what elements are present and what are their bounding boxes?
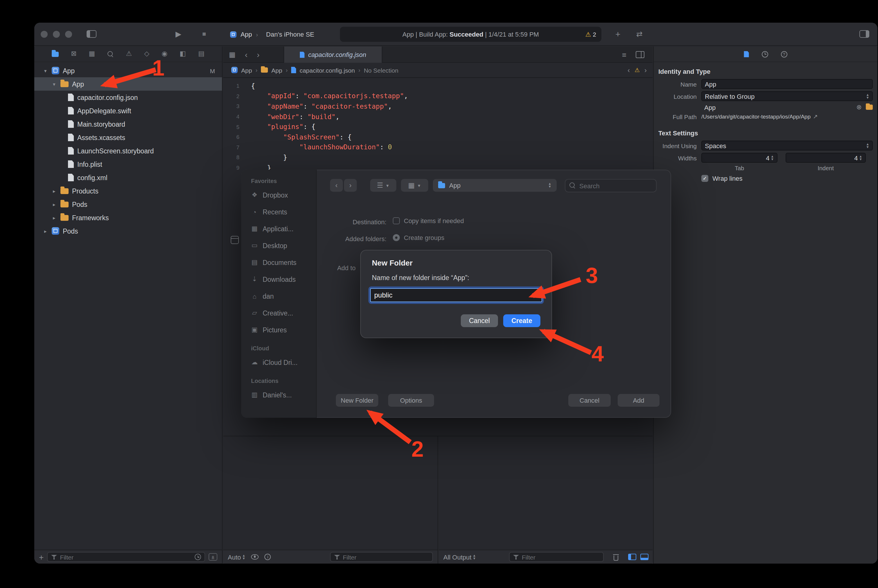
issue-warning-icon[interactable]: ⚠ <box>635 67 640 73</box>
copy-items-checkbox[interactable] <box>393 217 400 224</box>
back-chevron-icon[interactable]: ‹ <box>245 51 248 58</box>
tree-row[interactable]: AppDelegate.swift <box>34 104 222 117</box>
line-number[interactable]: 6 <box>223 134 244 140</box>
dialog-cancel-button[interactable]: Cancel <box>461 314 498 327</box>
forward-chevron-icon[interactable]: › <box>257 51 260 58</box>
tree-row[interactable]: Frameworks <box>34 211 222 224</box>
new-folder-button[interactable]: New Folder <box>336 394 378 407</box>
toggle-navigator-icon[interactable] <box>87 30 96 38</box>
tree-row[interactable]: Main.storyboard <box>34 117 222 131</box>
code-review-icon[interactable]: ⇄ <box>636 30 643 38</box>
zoom-button[interactable] <box>65 31 72 38</box>
console-filter-field[interactable]: Filter <box>509 552 604 562</box>
run-button[interactable]: ▶ <box>176 30 181 38</box>
location-popup[interactable]: Relative to Group <box>701 91 873 101</box>
disclosure-chevron-icon[interactable] <box>53 215 60 220</box>
clear-group-icon[interactable]: ⊗ <box>857 104 862 111</box>
sidebar-place-item[interactable]: ❖ Dropbox <box>241 186 316 203</box>
line-number[interactable]: 8 <box>223 154 244 160</box>
indent-using-popup[interactable]: Spaces <box>701 141 873 150</box>
line-number[interactable]: 9 <box>223 164 244 171</box>
line-number[interactable]: 1 <box>223 83 244 89</box>
previous-issue-icon[interactable]: ‹ <box>627 66 630 74</box>
history-inspector-icon[interactable] <box>762 51 768 57</box>
variables-scope-popup[interactable]: Auto <box>228 554 246 560</box>
find-navigator-icon[interactable] <box>107 51 114 57</box>
activity-status-pill[interactable]: App | Build App: Succeeded | 1/4/21 at 5… <box>340 27 602 42</box>
name-field[interactable]: App <box>701 79 873 89</box>
source-control-navigator-icon[interactable]: ⊠ <box>71 51 77 57</box>
breakpoint-navigator-icon[interactable]: ◧ <box>180 51 186 57</box>
help-inspector-icon[interactable]: ? <box>781 51 787 57</box>
sheet-search-field[interactable]: Search <box>565 179 657 192</box>
minimize-button[interactable] <box>53 31 60 38</box>
add-editor-icon[interactable] <box>636 51 644 58</box>
create-groups-radio[interactable] <box>393 234 400 241</box>
sidebar-place-item[interactable]: ⌂ dan <box>241 288 316 304</box>
sidebar-place-item[interactable]: ◔ Recents <box>241 203 316 220</box>
tree-row[interactable]: App M <box>34 64 222 77</box>
current-folder-popup[interactable]: App <box>433 179 557 192</box>
create-groups-radio-row[interactable]: Create groups <box>393 234 444 241</box>
debug-navigator-icon[interactable]: ◉ <box>162 51 167 57</box>
filter-options-icon[interactable] <box>209 553 217 561</box>
variables-filter-field[interactable]: Filter <box>330 552 433 562</box>
options-button[interactable]: Options <box>388 394 434 407</box>
sidebar-place-item[interactable]: ☁ iCloud Dri... <box>241 354 316 371</box>
disclosure-chevron-icon[interactable] <box>44 68 52 74</box>
sidebar-place-item[interactable]: ▣ Pictures <box>241 321 316 338</box>
sheet-add-button[interactable]: Add <box>618 394 659 407</box>
clear-console-trash-icon[interactable] <box>613 554 619 560</box>
disclosure-chevron-icon[interactable] <box>53 201 60 207</box>
tree-row[interactable]: config.xml <box>34 171 222 184</box>
tree-row[interactable]: Pods <box>34 198 222 211</box>
next-issue-icon[interactable]: › <box>644 66 647 74</box>
sidebar-place-item[interactable]: ⇣ Downloads <box>241 271 316 288</box>
tab-width-stepper[interactable]: 4 <box>701 153 777 163</box>
tree-row[interactable]: Pods <box>34 224 222 238</box>
warning-counter[interactable]: ⚠ 2 <box>585 31 596 38</box>
file-inspector-icon[interactable] <box>744 51 749 57</box>
tree-row[interactable]: Assets.xcassets <box>34 131 222 144</box>
sheet-back-button[interactable]: ‹ <box>330 179 343 192</box>
adjust-editor-options-icon[interactable]: ≡ <box>622 51 626 58</box>
test-navigator-icon[interactable]: ◇ <box>144 51 149 57</box>
list-view-button[interactable]: ☰▼ <box>370 179 396 192</box>
sheet-cancel-button[interactable]: Cancel <box>568 394 611 407</box>
line-number[interactable]: 7 <box>223 144 244 150</box>
line-number[interactable]: 2 <box>223 93 244 99</box>
close-button[interactable] <box>41 31 48 38</box>
choose-folder-icon[interactable] <box>866 105 873 110</box>
reveal-arrow-icon[interactable]: ↗ <box>813 113 818 120</box>
show-variables-panel-icon[interactable] <box>628 554 636 560</box>
indent-width-stepper[interactable]: 4 <box>786 153 866 163</box>
sidebar-place-item[interactable]: ▱ Creative... <box>241 304 316 321</box>
sheet-forward-button[interactable]: › <box>344 179 357 192</box>
breadcrumb-file[interactable]: capacitor.config.json <box>300 66 355 74</box>
disclosure-chevron-icon[interactable] <box>53 81 60 87</box>
editor-tab[interactable]: capacitor.config.json <box>284 46 382 63</box>
stop-button[interactable]: ■ <box>202 31 206 37</box>
console-scope-popup[interactable]: All Output <box>443 554 476 560</box>
report-navigator-icon[interactable]: ▤ <box>198 51 204 57</box>
sidebar-place-item[interactable]: ▥ Daniel's... <box>241 386 316 403</box>
tree-row[interactable]: capacitor.config.json <box>34 91 222 104</box>
recent-files-clock-icon[interactable] <box>195 554 201 560</box>
wrap-lines-checkbox[interactable] <box>701 175 708 182</box>
tree-row[interactable]: Info.plist <box>34 158 222 171</box>
line-number[interactable]: 3 <box>223 103 244 110</box>
jump-bar[interactable]: App › App › capacitor.config.json › No S… <box>223 63 653 78</box>
copy-items-checkbox-row[interactable]: Copy items if needed <box>393 217 464 224</box>
project-navigator-icon[interactable] <box>52 51 59 57</box>
disclosure-chevron-icon[interactable] <box>44 228 52 234</box>
toggle-inspector-icon[interactable] <box>859 30 869 38</box>
breadcrumb-project[interactable]: App <box>241 66 252 74</box>
folder-name-input[interactable] <box>371 291 542 299</box>
run-destination[interactable]: Dan's iPhone SE <box>266 31 314 38</box>
add-item-plus-icon[interactable]: + <box>39 553 44 561</box>
line-number[interactable]: 4 <box>223 113 244 120</box>
tab-overview-icon[interactable]: ▦ <box>229 51 236 58</box>
dialog-create-button[interactable]: Create <box>503 314 540 327</box>
symbol-navigator-icon[interactable]: ▦ <box>89 51 95 57</box>
issue-navigator-icon[interactable]: ⚠ <box>126 51 132 57</box>
